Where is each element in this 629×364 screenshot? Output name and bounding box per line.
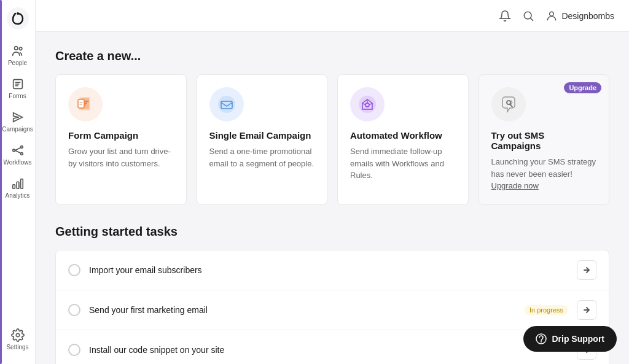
card-automated-workflow[interactable]: Automated Workflow Send immediate follow… (337, 74, 469, 205)
svg-point-1 (17, 12, 19, 15)
sidebar-item-people[interactable]: People (2, 39, 33, 71)
svg-point-17 (218, 96, 235, 113)
svg-point-24 (541, 341, 542, 343)
header: Designbombs (36, 0, 629, 32)
card-sms-campaigns[interactable]: Upgrade Try out SMS Campaigns Launching … (479, 74, 610, 205)
task-email-label: Send your first marketing email (89, 305, 510, 315)
notifications-icon[interactable] (499, 10, 511, 22)
sidebar: People Forms Campaigns Workflows A (0, 0, 36, 364)
sidebar-active-indicator (0, 0, 2, 364)
getting-started-title: Getting started tasks (55, 225, 609, 239)
svg-point-11 (16, 333, 20, 337)
task-import-subscribers[interactable]: Import your email subscribers (56, 250, 609, 290)
drip-support-label: Drip Support (552, 334, 604, 344)
task-arrow-email[interactable] (577, 300, 596, 320)
task-arrow-import[interactable] (577, 260, 596, 280)
svg-rect-16 (78, 99, 84, 108)
svg-rect-10 (20, 179, 23, 189)
sms-campaigns-icon (491, 87, 526, 122)
svg-point-13 (550, 12, 554, 16)
sidebar-item-settings-label: Settings (6, 344, 28, 350)
sidebar-item-workflows-label: Workflows (4, 159, 32, 166)
task-checkbox-email[interactable] (68, 304, 80, 316)
sidebar-item-forms-label: Forms (9, 93, 26, 99)
svg-rect-9 (17, 182, 19, 188)
svg-point-2 (14, 47, 18, 50)
form-campaign-title: Form Campaign (68, 130, 174, 141)
form-campaign-icon (68, 87, 103, 122)
single-email-icon (209, 87, 244, 122)
sidebar-item-campaigns[interactable]: Campaigns (2, 106, 33, 137)
svg-point-12 (525, 12, 532, 19)
task-checkbox-code[interactable] (68, 344, 80, 356)
sidebar-item-forms[interactable]: Forms (2, 72, 33, 104)
create-cards-row: Form Campaign Grow your list and turn dr… (55, 74, 609, 205)
sidebar-item-campaigns-label: Campaigns (2, 126, 33, 133)
automated-workflow-title: Automated Workflow (350, 130, 456, 141)
sms-campaigns-title: Try out SMS Campaigns (491, 130, 597, 151)
task-checkbox-import[interactable] (68, 264, 80, 276)
create-section-title: Create a new... (55, 49, 609, 63)
svg-point-22 (507, 101, 510, 104)
username: Designbombs (561, 11, 614, 21)
svg-point-19 (359, 96, 376, 113)
task-code-label: Install our code snippet on your site (89, 345, 568, 355)
content-area: Create a new... Form Campaign Grow your … (36, 32, 629, 364)
main-content: Designbombs Create a new... Form Ca (36, 0, 629, 364)
app-logo[interactable] (7, 7, 29, 29)
sidebar-item-settings[interactable]: Settings (2, 323, 33, 355)
card-single-email[interactable]: Single Email Campaign Send a one-time pr… (197, 74, 328, 205)
task-import-label: Import your email subscribers (89, 265, 568, 275)
card-form-campaign[interactable]: Form Campaign Grow your list and turn dr… (55, 74, 187, 205)
automated-workflow-desc: Send immediate follow-up emails with Wor… (350, 145, 456, 182)
drip-support-button[interactable]: Drip Support (523, 326, 617, 352)
single-email-title: Single Email Campaign (209, 130, 315, 141)
task-send-first-email[interactable]: Send your first marketing email In progr… (56, 290, 609, 330)
sidebar-item-workflows[interactable]: Workflows (2, 139, 33, 171)
upgrade-link[interactable]: Upgrade now (491, 181, 539, 190)
sms-campaigns-desc: Launching your SMS strategy has never be… (491, 156, 597, 192)
automated-workflow-icon (350, 87, 385, 122)
svg-rect-8 (12, 185, 15, 188)
svg-point-0 (7, 7, 29, 29)
user-menu[interactable]: Designbombs (545, 10, 614, 22)
svg-point-3 (19, 47, 22, 50)
single-email-desc: Send a one-time promotional email to a s… (209, 145, 315, 169)
sidebar-item-analytics-label: Analytics (6, 192, 30, 199)
search-icon[interactable] (522, 10, 534, 22)
sidebar-item-people-label: People (8, 60, 27, 66)
form-campaign-desc: Grow your list and turn drive-by visitor… (68, 145, 174, 169)
sidebar-item-analytics[interactable]: Analytics (2, 172, 33, 204)
task-badge-in-progress: In progress (525, 305, 568, 315)
upgrade-badge: Upgrade (564, 82, 601, 93)
